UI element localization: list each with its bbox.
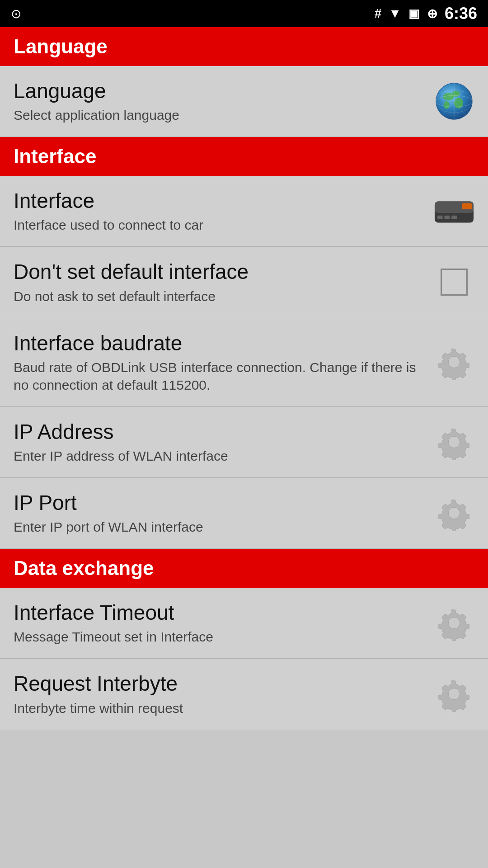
svg-point-17 <box>448 436 460 448</box>
svg-point-1 <box>443 93 454 101</box>
settings-item-ip-port[interactable]: IP Port Enter IP port of WLAN interface <box>0 478 488 549</box>
settings-item-timeout[interactable]: Interface Timeout Message Timeout set in… <box>0 588 488 659</box>
settings-item-ip-address-subtitle: Enter IP address of WLAN interface <box>14 447 425 465</box>
status-time: 6:36 <box>445 4 477 23</box>
battery-icon: ⊕ <box>427 6 437 21</box>
settings-item-default-interface-title: Don't set default interface <box>14 259 425 284</box>
settings-item-language-title: Language <box>14 79 425 104</box>
record-icon: ⊙ <box>11 6 21 21</box>
hashtag-icon: # <box>375 6 382 21</box>
svg-rect-14 <box>444 216 450 219</box>
status-left-icons: ⊙ <box>11 6 21 21</box>
settings-item-ip-address[interactable]: IP Address Enter IP address of WLAN inte… <box>0 407 488 478</box>
settings-item-ip-port-subtitle: Enter IP port of WLAN interface <box>14 518 425 536</box>
globe-icon <box>434 81 474 122</box>
settings-item-interbyte-title: Request Interbyte <box>14 671 425 696</box>
svg-rect-12 <box>462 203 472 209</box>
settings-item-default-interface[interactable]: Don't set default interface Do not ask t… <box>0 247 488 318</box>
settings-item-timeout-title: Interface Timeout <box>14 600 425 625</box>
section-header-data-exchange: Data exchange <box>0 549 488 588</box>
sim-icon: ▣ <box>408 7 420 21</box>
svg-point-19 <box>448 617 460 629</box>
default-interface-checkbox[interactable] <box>441 269 468 296</box>
svg-point-20 <box>448 689 460 700</box>
svg-rect-15 <box>451 216 457 219</box>
settings-item-interface-subtitle: Interface used to connect to car <box>14 216 425 234</box>
settings-item-interbyte-subtitle: Interbyte time within request <box>14 699 425 717</box>
svg-point-16 <box>448 356 460 368</box>
interbyte-gear-icon <box>434 674 474 714</box>
section-header-interface: Interface <box>0 137 488 176</box>
svg-point-18 <box>448 507 460 519</box>
settings-item-interface[interactable]: Interface Interface used to connect to c… <box>0 176 488 247</box>
ip-address-gear-icon <box>434 422 474 462</box>
settings-item-interface-title: Interface <box>14 189 425 213</box>
settings-item-ip-address-title: IP Address <box>14 420 425 444</box>
wifi-icon: ▼ <box>389 6 401 21</box>
checkbox-icon[interactable] <box>434 262 474 302</box>
obd-device-icon <box>434 191 474 231</box>
settings-item-baudrate[interactable]: Interface baudrate Baud rate of OBDLink … <box>0 318 488 407</box>
status-bar: ⊙ # ▼ ▣ ⊕ 6:36 <box>0 0 488 27</box>
settings-item-language-subtitle: Select application language <box>14 106 425 124</box>
settings-item-ip-port-title: IP Port <box>14 491 425 515</box>
settings-item-interbyte[interactable]: Request Interbyte Interbyte time within … <box>0 659 488 730</box>
section-header-interface-text: Interface <box>14 145 96 167</box>
section-header-language: Language <box>0 27 488 66</box>
baudrate-gear-icon <box>434 342 474 382</box>
ip-port-gear-icon <box>434 493 474 533</box>
settings-item-baudrate-title: Interface baudrate <box>14 331 425 356</box>
timeout-gear-icon <box>434 603 474 643</box>
settings-item-default-interface-subtitle: Do not ask to set default interface <box>14 288 425 305</box>
section-header-data-exchange-text: Data exchange <box>14 557 154 579</box>
settings-item-language[interactable]: Language Select application language <box>0 66 488 137</box>
settings-item-baudrate-subtitle: Baud rate of OBDLink USB interface conne… <box>14 359 425 394</box>
settings-item-timeout-subtitle: Message Timeout set in Interface <box>14 628 425 646</box>
status-right-icons: # ▼ ▣ ⊕ 6:36 <box>375 4 477 23</box>
svg-rect-13 <box>437 216 443 219</box>
section-header-language-text: Language <box>14 35 108 57</box>
